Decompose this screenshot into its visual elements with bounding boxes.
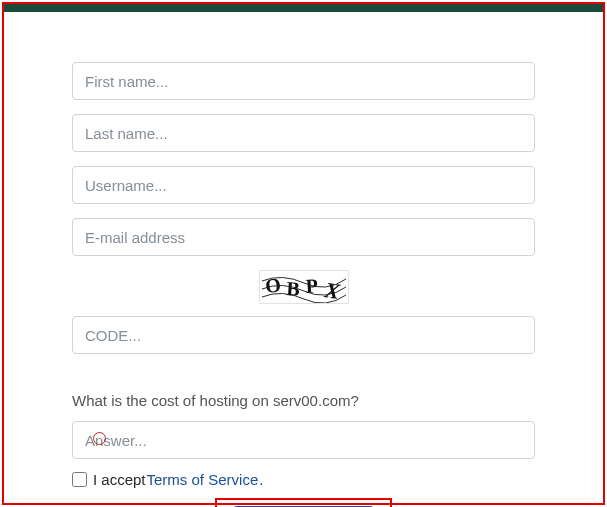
captcha-code-input[interactable] [72, 316, 535, 354]
top-bar [4, 4, 603, 12]
svg-text:O: O [264, 273, 282, 297]
svg-text:P: P [305, 274, 318, 297]
tos-suffix: . [259, 471, 263, 488]
username-input[interactable] [72, 166, 535, 204]
captcha-image: O B P X [72, 270, 535, 308]
svg-text:B: B [285, 277, 300, 300]
submit-area: Create account [72, 498, 535, 507]
answer-input[interactable] [72, 421, 535, 459]
tos-row: I accept Terms of Service . [72, 471, 535, 488]
email-input[interactable] [72, 218, 535, 256]
security-question-label: What is the cost of hosting on serv00.co… [72, 392, 535, 409]
page-frame: O B P X What is the cost of hosting on s… [2, 2, 605, 505]
last-name-input[interactable] [72, 114, 535, 152]
tos-checkbox[interactable] [72, 472, 87, 487]
tos-prefix: I accept [93, 471, 146, 488]
signup-form: O B P X What is the cost of hosting on s… [4, 12, 603, 507]
highlight-box: Create account [215, 498, 392, 507]
tos-link[interactable]: Terms of Service [147, 471, 259, 488]
first-name-input[interactable] [72, 62, 535, 100]
